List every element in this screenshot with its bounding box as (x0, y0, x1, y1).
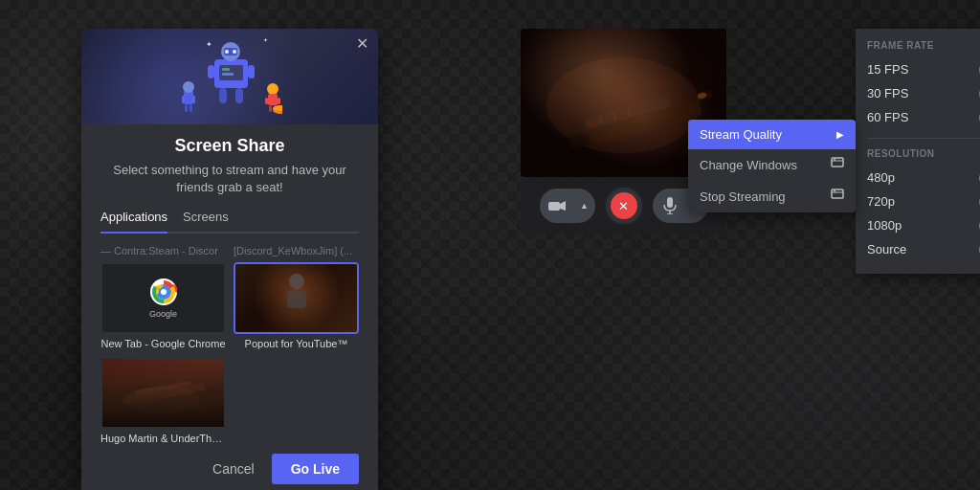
stream-quality-label: Stream Quality (700, 127, 782, 142)
app-item-hugo[interactable]: Hugo Martin & UnderThe... (100, 357, 226, 444)
svg-rect-34 (122, 384, 206, 406)
stop-streaming-label: Stop Streaming (700, 189, 786, 204)
svg-point-10 (233, 50, 236, 54)
character-right-icon (263, 81, 282, 115)
character-left-icon (178, 77, 199, 115)
person-icon (282, 272, 311, 314)
chrome-logo-icon (150, 278, 177, 305)
stop-streaming-svg-icon (831, 189, 844, 202)
camera-button[interactable] (540, 189, 574, 223)
svg-rect-53 (832, 158, 843, 167)
svg-rect-20 (265, 98, 268, 104)
modal-banner: ✦ ✦ ✦ (81, 29, 378, 124)
hugo-app-label: Hugo Martin & UnderThe... (100, 433, 226, 444)
fps-15-option[interactable]: 15 FPS (867, 58, 980, 80)
camera-icon (548, 199, 566, 212)
screen-share-modal: ✦ ✦ ✦ (81, 29, 378, 490)
svg-rect-5 (189, 104, 192, 112)
fps-60-option[interactable]: 60 FPS (867, 106, 980, 128)
svg-rect-41 (569, 132, 590, 148)
modal-actions: Cancel Go Live (100, 454, 359, 484)
hugo-thumb (102, 359, 224, 427)
end-icon: ✕ (611, 192, 637, 219)
svg-point-30 (289, 274, 304, 289)
context-change-windows[interactable]: Change Windows (688, 149, 856, 181)
svg-rect-35 (135, 381, 191, 395)
svg-rect-22 (269, 105, 272, 112)
app-grid: Google New Tab - Google Chrome (100, 262, 359, 444)
svg-rect-55 (834, 159, 835, 161)
svg-rect-50 (667, 197, 673, 208)
svg-rect-16 (222, 68, 230, 71)
chrome-thumb: Google (102, 264, 224, 332)
fps-60-label: 60 FPS (867, 110, 908, 124)
chrome-thumbnail: Google (100, 262, 226, 334)
settings-panel: FRAME RATE 15 FPS 30 FPS 60 FPS RESOLUTI… (856, 29, 980, 274)
settings-divider (867, 138, 980, 139)
svg-rect-3 (192, 96, 195, 103)
svg-rect-19 (268, 94, 278, 105)
res-480p-label: 480p (867, 170, 895, 185)
svg-rect-56 (832, 189, 843, 198)
svg-rect-0 (184, 91, 193, 104)
svg-rect-13 (219, 88, 227, 103)
youtube-app-label: Popout for YouTube™ (234, 338, 359, 349)
context-stream-quality[interactable]: Stream Quality ▶ (688, 120, 856, 149)
res-1080p-label: 1080p (867, 218, 902, 233)
app-item-youtube[interactable]: Popout for YouTube™ (234, 262, 359, 349)
app-item-chrome[interactable]: Google New Tab - Google Chrome (100, 262, 226, 349)
change-windows-label: Change Windows (700, 158, 797, 172)
svg-rect-17 (222, 73, 234, 76)
tab-applications[interactable]: Applications (100, 210, 167, 234)
youtube-thumb (235, 264, 357, 332)
modal-body: Screen Share Select something to stream … (81, 124, 378, 490)
res-source-option[interactable]: Source (867, 238, 980, 260)
mic-icon (663, 197, 677, 214)
banner-illustration (178, 38, 282, 115)
svg-rect-49 (548, 202, 560, 211)
svg-rect-47 (590, 123, 596, 127)
stop-streaming-icon (831, 189, 844, 205)
svg-rect-33 (102, 387, 224, 428)
svg-rect-39 (577, 98, 702, 146)
tab-screens[interactable]: Screens (183, 210, 229, 234)
change-windows-svg-icon (831, 157, 844, 170)
mic-button[interactable] (653, 189, 687, 223)
cancel-button[interactable]: Cancel (205, 456, 262, 482)
hugo-thumb-art (102, 359, 224, 427)
svg-rect-21 (278, 98, 280, 104)
svg-rect-2 (182, 96, 185, 103)
app-header-row: — Contra:Steam - Discor [Discord_KeWboxJ… (100, 245, 359, 256)
svg-point-9 (225, 50, 229, 54)
svg-rect-44 (599, 116, 604, 124)
camera-chevron[interactable]: ▲ (574, 189, 595, 223)
camera-btn-group: ▲ (540, 189, 595, 223)
svg-rect-11 (208, 65, 214, 78)
res-480p-option[interactable]: 480p (867, 167, 980, 189)
svg-rect-58 (834, 190, 835, 192)
app-header-1: — Contra:Steam - Discor (100, 245, 226, 256)
svg-point-18 (267, 83, 278, 95)
resolution-section-label: RESOLUTION (867, 148, 980, 159)
res-720p-option[interactable]: 720p (867, 190, 980, 212)
close-button[interactable]: ✕ (356, 36, 368, 52)
end-stream-button[interactable]: ✕ (603, 185, 645, 227)
res-1080p-option[interactable]: 1080p (867, 214, 980, 236)
svg-rect-40 (585, 96, 671, 129)
svg-rect-32 (102, 359, 224, 427)
app-header-2: [Discord_KeWboxJim] (... (234, 245, 359, 256)
main-robot-icon (205, 38, 257, 115)
svg-rect-42 (687, 90, 712, 103)
svg-rect-4 (185, 104, 188, 112)
context-stop-streaming[interactable]: Stop Streaming (688, 181, 856, 212)
fps-30-option[interactable]: 30 FPS (867, 82, 980, 104)
go-live-button[interactable]: Go Live (272, 454, 359, 484)
modal-subtitle: Select something to stream and have your… (100, 162, 359, 196)
svg-point-43 (697, 92, 707, 100)
context-menu: Stream Quality ▶ Change Windows Stop Str… (688, 120, 856, 212)
chrome-label: Google (149, 309, 177, 319)
svg-rect-31 (287, 291, 306, 308)
svg-rect-46 (627, 108, 632, 117)
svg-point-38 (546, 57, 700, 153)
svg-rect-14 (235, 88, 243, 103)
